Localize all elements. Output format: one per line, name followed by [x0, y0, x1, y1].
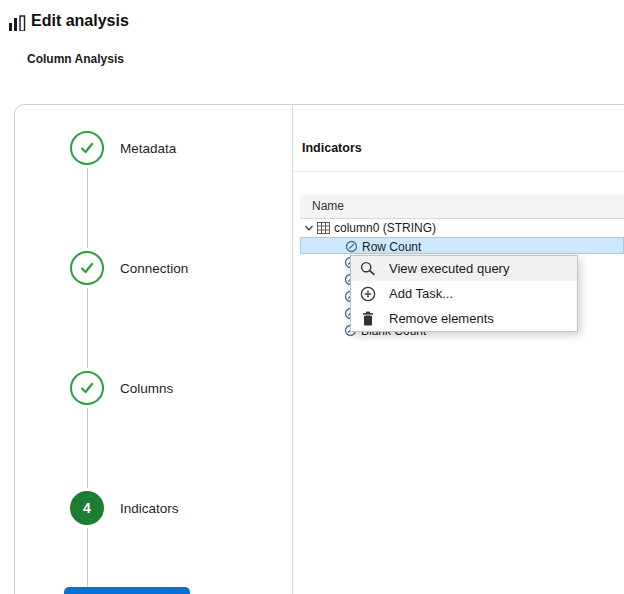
- add-circle-icon: [359, 285, 377, 303]
- step-connector: [87, 168, 88, 248]
- table-grid-icon: [317, 222, 330, 234]
- menu-item-label: Add Task...: [389, 286, 453, 301]
- indicators-panel-title: Indicators: [302, 141, 362, 155]
- menu-item-label: Remove elements: [389, 311, 494, 326]
- menu-item-label: View executed query: [389, 261, 509, 276]
- bottom-blue-bar[interactable]: [64, 587, 190, 594]
- page-title: Edit analysis: [31, 12, 129, 30]
- step-label: Columns: [120, 381, 173, 396]
- check-circle-icon: [70, 131, 104, 165]
- section-divider: [293, 171, 624, 172]
- tree-row-label: Row Count: [362, 240, 421, 254]
- column-header-name[interactable]: Name: [300, 195, 624, 219]
- step-columns[interactable]: Columns: [70, 371, 173, 405]
- panel-divider: [292, 104, 293, 594]
- trash-icon: [359, 310, 377, 328]
- tree-row-column0[interactable]: column0 (STRING): [300, 219, 624, 237]
- context-menu: View executed query Add Task... Remove e…: [350, 255, 578, 332]
- step-label: Indicators: [120, 501, 179, 516]
- step-connection[interactable]: Connection: [70, 251, 188, 285]
- step-label: Metadata: [120, 141, 176, 156]
- magnifier-icon: [359, 260, 377, 278]
- step-connector: [87, 288, 88, 368]
- step-number-badge: 4: [70, 491, 104, 525]
- tree-row-label: column0 (STRING): [334, 221, 436, 235]
- step-label: Connection: [120, 261, 188, 276]
- section-title: Column Analysis: [27, 52, 124, 66]
- menu-item-add-task[interactable]: Add Task...: [351, 281, 577, 306]
- menu-item-view-executed-query[interactable]: View executed query: [351, 256, 577, 281]
- chevron-down-icon[interactable]: [303, 222, 315, 234]
- indicator-circle-icon: [345, 240, 358, 253]
- check-circle-icon: [70, 251, 104, 285]
- bar-chart-icon: [9, 15, 27, 31]
- step-connector: [87, 408, 88, 488]
- step-connector: [87, 528, 88, 594]
- check-circle-icon: [70, 371, 104, 405]
- step-metadata[interactable]: Metadata: [70, 131, 176, 165]
- step-indicators[interactable]: 4 Indicators: [70, 491, 179, 525]
- tree-row-row-count[interactable]: Row Count: [300, 237, 624, 254]
- menu-item-remove-elements[interactable]: Remove elements: [351, 306, 577, 331]
- screen: Edit analysis Column Analysis Metadata C…: [0, 0, 624, 594]
